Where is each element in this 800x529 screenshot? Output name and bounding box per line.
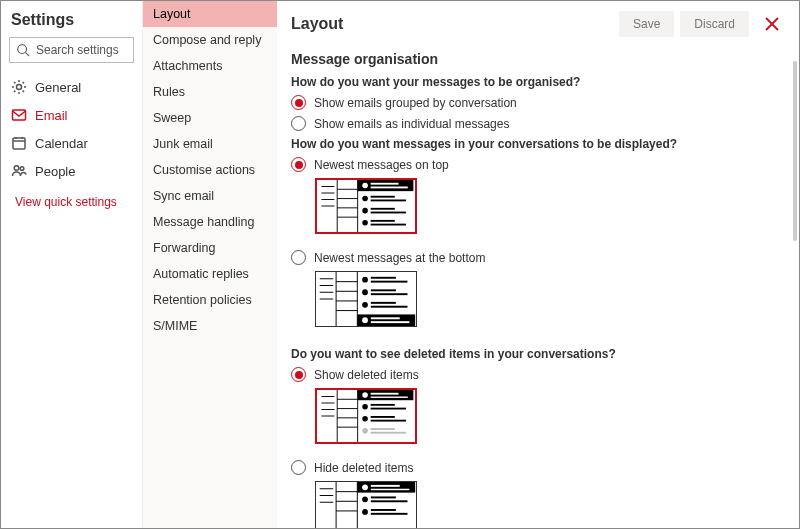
category-label: People <box>35 164 75 179</box>
close-button[interactable] <box>759 11 785 37</box>
calendar-icon <box>11 135 27 151</box>
radio-label: Newest messages at the bottom <box>314 251 485 265</box>
svg-point-2 <box>17 85 22 90</box>
svg-point-31 <box>362 220 368 226</box>
svg-rect-33 <box>371 224 406 226</box>
radio-grouped-by-conversation[interactable]: Show emails grouped by conversation <box>291 95 785 110</box>
subnav-sync-email[interactable]: Sync email <box>143 183 277 209</box>
svg-rect-47 <box>371 281 408 283</box>
svg-rect-57 <box>371 321 410 323</box>
subnav-rules[interactable]: Rules <box>143 79 277 105</box>
settings-main: Layout Save Discard Message organisation… <box>277 1 799 528</box>
question-organise: How do you want your messages to be orga… <box>291 75 785 89</box>
subnav-customise-actions[interactable]: Customise actions <box>143 157 277 183</box>
radio-newest-on-top[interactable]: Newest messages on top <box>291 157 785 172</box>
svg-rect-77 <box>371 416 395 418</box>
svg-point-79 <box>362 428 368 434</box>
category-email[interactable]: Email <box>9 101 134 129</box>
svg-rect-4 <box>13 138 25 149</box>
svg-point-6 <box>20 167 24 171</box>
svg-point-22 <box>362 183 368 189</box>
radio-individual-messages[interactable]: Show emails as individual messages <box>291 116 785 131</box>
settings-title: Settings <box>9 9 134 37</box>
preview-newest-at-bottom <box>315 271 417 327</box>
radio-icon <box>291 250 306 265</box>
radio-icon <box>291 157 306 172</box>
category-people[interactable]: People <box>9 157 134 185</box>
subnav-layout[interactable]: Layout <box>143 1 277 27</box>
radio-show-deleted[interactable]: Show deleted items <box>291 367 785 382</box>
radio-label: Hide deleted items <box>314 461 413 475</box>
radio-label: Show deleted items <box>314 368 419 382</box>
settings-subnav: Layout Compose and reply Attachments Rul… <box>143 1 277 528</box>
svg-rect-56 <box>371 317 400 319</box>
svg-point-25 <box>362 196 368 202</box>
svg-point-0 <box>18 45 27 54</box>
svg-rect-49 <box>371 289 396 291</box>
svg-rect-99 <box>371 509 396 511</box>
subnav-junk-email[interactable]: Junk email <box>143 131 277 157</box>
radio-label: Show emails as individual messages <box>314 117 509 131</box>
radio-newest-at-bottom[interactable]: Newest messages at the bottom <box>291 250 785 265</box>
discard-button[interactable]: Discard <box>680 11 749 37</box>
radio-icon <box>291 460 306 475</box>
svg-rect-32 <box>371 220 395 222</box>
svg-rect-81 <box>371 432 406 434</box>
svg-point-5 <box>14 166 19 171</box>
svg-rect-74 <box>371 404 395 406</box>
svg-rect-96 <box>371 496 396 498</box>
question-display-order: How do you want messages in your convers… <box>291 137 785 151</box>
mail-icon <box>11 107 27 123</box>
radio-label: Show emails grouped by conversation <box>314 96 517 110</box>
search-input[interactable]: Search settings <box>9 37 134 63</box>
category-calendar[interactable]: Calendar <box>9 129 134 157</box>
gear-icon <box>11 79 27 95</box>
subnav-forwarding[interactable]: Forwarding <box>143 235 277 261</box>
category-general[interactable]: General <box>9 73 134 101</box>
svg-point-45 <box>362 277 368 283</box>
category-label: Email <box>35 108 68 123</box>
close-icon <box>765 17 779 31</box>
subnav-retention-policies[interactable]: Retention policies <box>143 287 277 313</box>
people-icon <box>11 163 27 179</box>
save-button[interactable]: Save <box>619 11 674 37</box>
svg-rect-23 <box>371 183 399 185</box>
svg-point-51 <box>362 302 368 308</box>
svg-rect-50 <box>371 293 408 295</box>
svg-rect-52 <box>371 302 396 304</box>
category-label: General <box>35 80 81 95</box>
view-quick-settings-link[interactable]: View quick settings <box>9 185 134 209</box>
svg-rect-3 <box>13 110 26 120</box>
svg-point-73 <box>362 404 368 410</box>
svg-point-92 <box>362 484 368 490</box>
subnav-attachments[interactable]: Attachments <box>143 53 277 79</box>
subnav-sweep[interactable]: Sweep <box>143 105 277 131</box>
section-message-organisation: Message organisation <box>291 51 785 67</box>
subnav-smime[interactable]: S/MIME <box>143 313 277 339</box>
svg-point-70 <box>362 392 368 398</box>
svg-point-28 <box>362 208 368 214</box>
svg-rect-75 <box>371 408 406 410</box>
search-icon <box>16 43 30 57</box>
radio-icon <box>291 95 306 110</box>
svg-rect-24 <box>371 187 408 189</box>
svg-rect-97 <box>371 500 408 502</box>
svg-rect-71 <box>371 393 399 395</box>
svg-rect-46 <box>371 277 396 279</box>
subnav-automatic-replies[interactable]: Automatic replies <box>143 261 277 287</box>
preview-newest-on-top <box>315 178 417 234</box>
svg-rect-10 <box>337 180 357 232</box>
radio-hide-deleted[interactable]: Hide deleted items <box>291 460 785 475</box>
settings-category-sidebar: Settings Search settings General Email C… <box>1 1 143 528</box>
svg-point-98 <box>362 509 368 515</box>
question-deleted-items: Do you want to see deleted items in your… <box>291 347 785 361</box>
svg-rect-30 <box>371 212 406 214</box>
subnav-message-handling[interactable]: Message handling <box>143 209 277 235</box>
svg-rect-80 <box>371 428 395 430</box>
svg-rect-100 <box>371 513 408 515</box>
svg-rect-27 <box>371 200 406 202</box>
subnav-compose-and-reply[interactable]: Compose and reply <box>143 27 277 53</box>
radio-icon <box>291 367 306 382</box>
svg-rect-29 <box>371 208 395 210</box>
svg-point-48 <box>362 289 368 295</box>
